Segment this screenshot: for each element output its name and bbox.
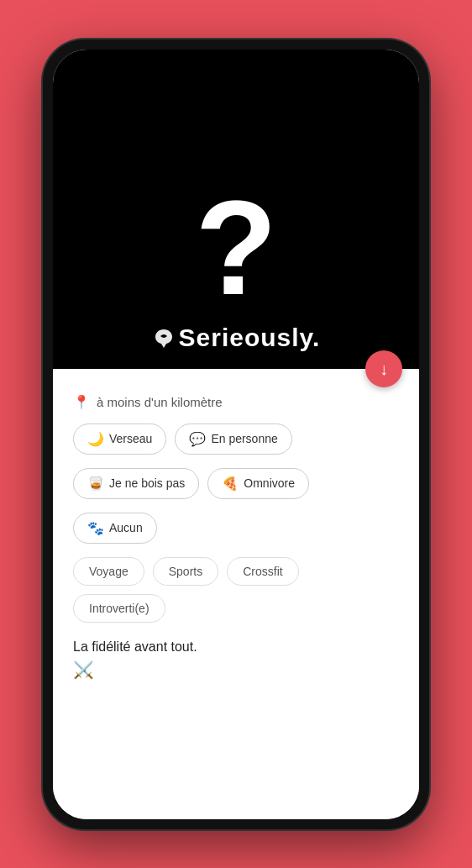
chip-verseau[interactable]: 🌙 Verseau xyxy=(73,423,166,455)
location-row: 📍 à moins d'un kilomètre xyxy=(73,394,399,410)
chip-omnivore-label: Omnivore xyxy=(244,476,295,490)
interest-voyage-label: Voyage xyxy=(89,565,128,578)
chip-verseau-label: Verseau xyxy=(109,432,152,445)
interest-sports[interactable]: Sports xyxy=(153,557,218,586)
bottom-section: 📍 à moins d'un kilomètre 🌙 Verseau 💬 En … xyxy=(53,369,419,819)
chip-omnivore-icon: 🍕 xyxy=(222,476,239,492)
interest-voyage[interactable]: Voyage xyxy=(73,557,144,586)
brand-text: Serieously. xyxy=(179,324,321,352)
chip-verseau-icon: 🌙 xyxy=(87,431,104,447)
chip-aucun[interactable]: 🐾 Aucun xyxy=(73,513,157,544)
bio-text: La fidélité avant tout. xyxy=(73,639,399,655)
chip-en-personne-icon: 💬 xyxy=(189,431,206,447)
brand-logo-icon xyxy=(152,326,176,350)
phone-frame: ? Serieously. ↓ 📍 à moins d'un kilomètre xyxy=(43,39,429,829)
location-icon: 📍 xyxy=(73,394,90,410)
phone-screen: ? Serieously. ↓ 📍 à moins d'un kilomètre xyxy=(53,50,419,819)
brand-name: Serieously. xyxy=(152,324,321,352)
interest-introverti-label: Introverti(e) xyxy=(89,602,149,615)
chip-no-drink-icon: 🥃 xyxy=(87,476,104,492)
chips-row-2: 🥃 Je ne bois pas 🍕 Omnivore xyxy=(73,468,399,499)
chips-row-1: 🌙 Verseau 💬 En personne xyxy=(73,423,399,455)
interest-introverti[interactable]: Introverti(e) xyxy=(73,594,165,623)
download-button[interactable]: ↓ xyxy=(365,350,402,387)
bio-section: La fidélité avant tout. ⚔️ xyxy=(73,639,399,680)
chip-en-personne[interactable]: 💬 En personne xyxy=(175,423,291,455)
chips-row-3: 🐾 Aucun xyxy=(73,513,399,544)
chip-omnivore[interactable]: 🍕 Omnivore xyxy=(207,468,309,499)
swords-icon: ⚔️ xyxy=(73,660,94,680)
chip-no-drink-label: Je ne bois pas xyxy=(109,476,185,490)
interest-crossfit[interactable]: Crossfit xyxy=(227,557,298,586)
top-section: ? Serieously. ↓ xyxy=(53,50,419,369)
chip-aucun-label: Aucun xyxy=(109,521,143,534)
chip-aucun-icon: 🐾 xyxy=(87,520,104,536)
interests-row: Voyage Sports Crossfit Introverti(e) xyxy=(73,557,399,623)
chip-en-personne-label: En personne xyxy=(211,432,277,445)
download-arrow-icon: ↓ xyxy=(380,360,388,377)
interest-crossfit-label: Crossfit xyxy=(243,565,282,578)
location-text: à moins d'un kilomètre xyxy=(97,395,223,409)
chip-no-drink[interactable]: 🥃 Je ne bois pas xyxy=(73,468,199,499)
question-mark-display: ? xyxy=(195,181,277,315)
interest-sports-label: Sports xyxy=(169,565,202,578)
